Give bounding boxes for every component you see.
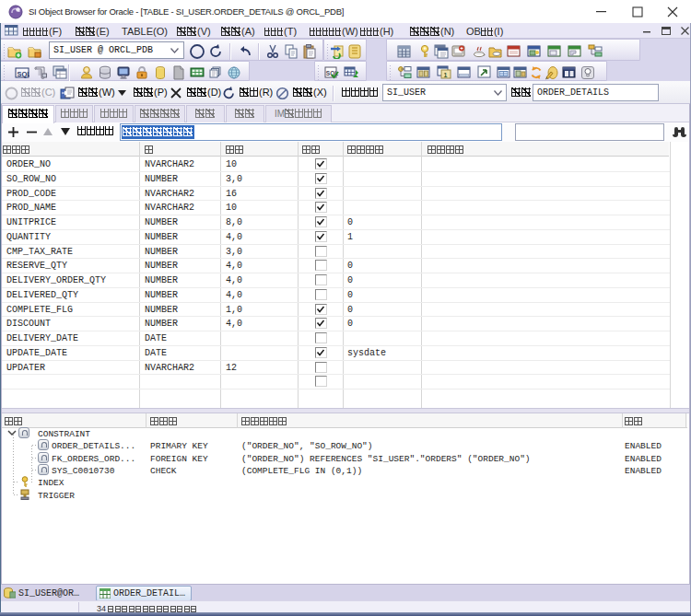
svg-text:SQL: SQL xyxy=(17,70,29,78)
svg-text:1: 1 xyxy=(444,72,448,78)
